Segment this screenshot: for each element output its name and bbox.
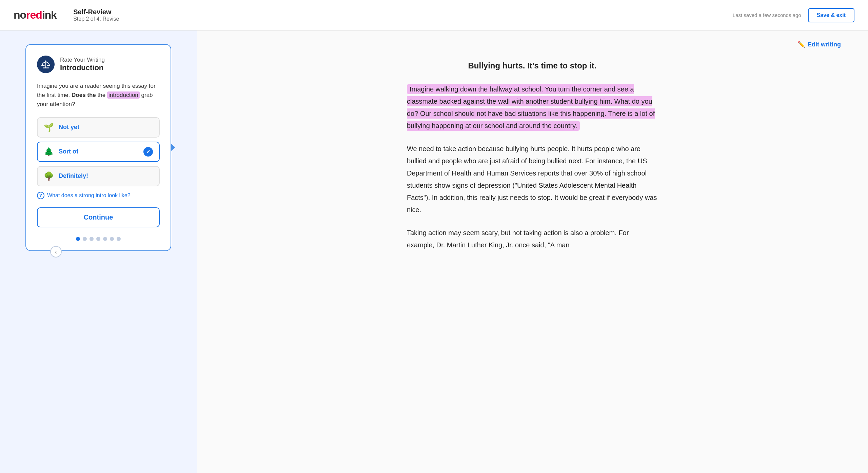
right-panel: ✏️ Edit writing Bullying hurts. It's tim… (197, 30, 868, 473)
selected-check: ✓ (143, 147, 153, 157)
definitely-label: Definitely! (59, 172, 88, 180)
essay-paragraph-2: We need to take action because bullying … (407, 143, 658, 216)
pencil-icon: ✏️ (797, 41, 805, 48)
essay-body: Bullying hurts. It's time to stop it. Im… (407, 58, 658, 251)
save-status: Last saved a few seconds ago (733, 12, 801, 18)
hint-label: What does a strong intro look like? (47, 192, 130, 199)
card-icon (37, 56, 55, 73)
logo-no: no (14, 9, 26, 21)
essay-paragraph-1: Imagine walking down the hallway at scho… (407, 83, 658, 132)
definitely-emoji: 🌳 (44, 171, 54, 181)
header-divider (65, 7, 65, 24)
header-title: Self-Review (73, 8, 119, 16)
rating-card: Rate Your Writing Introduction Imagine y… (25, 44, 171, 251)
header-right: Last saved a few seconds ago Save & exit (733, 8, 854, 22)
option-not-yet[interactable]: 🌱 Not yet (37, 117, 160, 138)
essay-highlighted-text: Imagine walking down the hallway at scho… (407, 84, 655, 131)
essay-paragraph-3: Taking action may seem scary, but not ta… (407, 227, 658, 251)
essay-title: Bullying hurts. It's time to stop it. (407, 58, 658, 73)
sort-of-label: Sort of (59, 148, 78, 155)
continue-button[interactable]: Continue (37, 207, 160, 227)
card-title-block: Rate Your Writing Introduction (60, 57, 105, 72)
question-bold: Does the (72, 92, 96, 98)
dot-1 (76, 237, 80, 241)
not-yet-label: Not yet (59, 124, 79, 131)
hint-link[interactable]: ? What does a strong intro look like? (37, 192, 160, 199)
dot-2 (83, 237, 87, 241)
question-highlight: introduction (107, 91, 140, 99)
logo-red: red (26, 9, 42, 21)
left-panel: ‹ Rate Your Writing In (0, 30, 197, 473)
main-layout: ‹ Rate Your Writing In (0, 30, 868, 473)
edit-writing-label: Edit writing (808, 41, 841, 48)
option-definitely[interactable]: 🌳 Definitely! (37, 166, 160, 186)
save-exit-button[interactable]: Save & exit (808, 8, 854, 22)
card-header: Rate Your Writing Introduction (37, 56, 160, 73)
logo: noredink (14, 9, 57, 21)
not-yet-emoji: 🌱 (44, 123, 54, 132)
back-button[interactable]: ‹ (50, 246, 62, 258)
sort-of-emoji: 🌲 (44, 147, 54, 157)
header-subtitle: Step 2 of 4: Revise (73, 16, 119, 22)
header: noredink Self-Review Step 2 of 4: Revise… (0, 0, 868, 30)
dot-7 (117, 237, 121, 241)
card-title-bottom: Introduction (60, 63, 105, 72)
logo-ink: ink (42, 9, 57, 21)
card-title-top: Rate Your Writing (60, 57, 105, 63)
option-sort-of[interactable]: 🌲 Sort of ✓ (37, 142, 160, 162)
edit-writing-button[interactable]: ✏️ Edit writing (797, 41, 841, 48)
card-question: Imagine you are a reader seeing this ess… (37, 81, 160, 109)
progress-dots (37, 237, 160, 241)
dot-3 (90, 237, 94, 241)
dot-4 (96, 237, 100, 241)
scale-icon (41, 60, 51, 69)
dot-5 (103, 237, 107, 241)
header-step: Self-Review Step 2 of 4: Revise (73, 8, 119, 22)
dot-6 (110, 237, 114, 241)
top-bar-right: ✏️ Edit writing (224, 41, 841, 55)
hint-icon: ? (37, 192, 44, 199)
